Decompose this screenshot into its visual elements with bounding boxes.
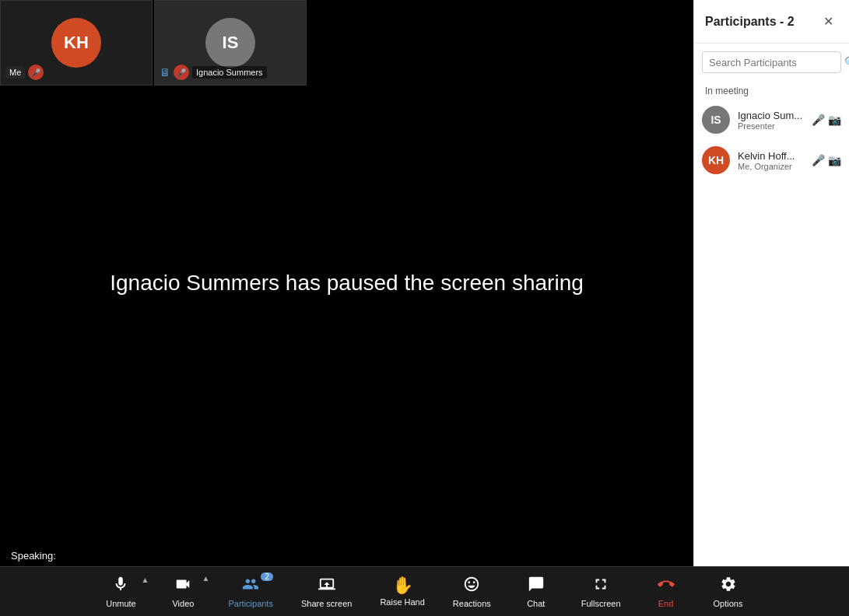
share-screen-button[interactable]: Share screen (287, 571, 366, 613)
search-input[interactable] (709, 57, 840, 68)
participant-info-kh: Kelvin Hoff... Me, Organizer (738, 150, 804, 171)
badge-muted-kh: 🎤 (28, 65, 44, 80)
fullscreen-button[interactable]: Fullscreen (567, 571, 635, 613)
mute-icon-kh: 🎤 (812, 154, 825, 166)
badge-muted-is: 🎤 (174, 65, 189, 80)
badge-me: Me (5, 66, 25, 79)
thumb-name-is: Ignacio Summers (192, 66, 267, 79)
video-thumb-is: IS 🖥 🎤 Ignacio Summers (154, 0, 307, 86)
video-chevron-icon: ▲ (202, 574, 210, 583)
speaking-label: Speaking: (11, 550, 56, 562)
speaking-bar: Speaking: (0, 545, 67, 566)
search-icon: 🔍 (844, 56, 849, 68)
raise-hand-icon: ✋ (392, 577, 413, 594)
chat-icon (528, 576, 545, 596)
reactions-button[interactable]: Reactions (439, 571, 505, 613)
participant-item-kh[interactable]: KH Kelvin Hoff... Me, Organizer 🎤 📷 (694, 140, 849, 180)
thumb-name-bar-is: 🖥 🎤 Ignacio Summers (160, 65, 301, 80)
video-button[interactable]: ▲ Video (152, 571, 214, 613)
end-icon (658, 576, 675, 596)
participants-button[interactable]: 2 Participants (214, 571, 286, 613)
raise-hand-button[interactable]: ✋ Raise Hand (366, 572, 438, 611)
video-area: KH Me 🎤 IS 🖥 🎤 Ignacio Summers (0, 0, 693, 566)
toolbar: ▲ Unmute ▲ Video 2 Participants (0, 566, 849, 616)
participant-role-is: Presenter (738, 121, 804, 131)
participant-icons-is: 🎤 📷 (812, 114, 841, 126)
avatar-kh-panel: KH (702, 146, 730, 174)
thumb-badges-kh: Me 🎤 (5, 65, 44, 80)
end-label: End (658, 599, 674, 608)
options-button[interactable]: Options (697, 571, 760, 613)
in-meeting-label: In meeting (694, 81, 849, 100)
video-icon (174, 576, 191, 596)
fullscreen-label: Fullscreen (581, 599, 621, 608)
unmute-label: Unmute (106, 599, 136, 608)
participant-icons-kh: 🎤 📷 (812, 154, 841, 166)
video-off-icon-is: 📷 (828, 114, 841, 126)
participant-info-is: Ignacio Sum... Presenter (738, 110, 804, 131)
participants-icon (242, 576, 259, 596)
participant-name-is: Ignacio Sum... (738, 110, 804, 121)
participant-item-is[interactable]: IS Ignacio Sum... Presenter 🎤 📷 (694, 100, 849, 140)
participants-count-badge: 2 (261, 572, 273, 581)
status-text: Ignacio Summers has paused the screen sh… (110, 271, 584, 296)
end-button[interactable]: End (635, 571, 697, 613)
close-panel-button[interactable]: ✕ (819, 12, 838, 30)
avatar-kh: KH (51, 18, 101, 68)
participants-label: Participants (228, 599, 272, 608)
unmute-chevron-icon: ▲ (142, 576, 149, 584)
unmute-button[interactable]: ▲ Unmute (89, 571, 152, 613)
video-label: Video (172, 599, 194, 608)
chat-button[interactable]: Chat (505, 571, 567, 613)
mute-icon-is: 🎤 (812, 114, 825, 126)
reactions-icon (463, 576, 480, 596)
participants-panel: Participants - 2 ✕ 🔍 In meeting IS Ignac… (693, 0, 849, 566)
video-off-icon-kh: 📷 (828, 154, 841, 166)
search-bar[interactable]: 🔍 (702, 51, 841, 73)
fullscreen-icon (592, 576, 609, 596)
reactions-label: Reactions (453, 599, 491, 608)
participant-role-kh: Me, Organizer (738, 162, 804, 171)
avatar-is-panel: IS (702, 106, 730, 134)
participant-name-kh: Kelvin Hoff... (738, 150, 804, 162)
options-icon (720, 576, 737, 596)
panel-title: Participants - 2 (705, 15, 795, 29)
share-screen-label: Share screen (301, 599, 352, 608)
options-label: Options (714, 599, 743, 608)
avatar-is: IS (205, 18, 255, 68)
video-thumbnails: KH Me 🎤 IS 🖥 🎤 Ignacio Summers (0, 0, 307, 86)
panel-header: Participants - 2 ✕ (694, 0, 849, 44)
chat-label: Chat (527, 599, 545, 608)
unmute-icon (112, 576, 129, 596)
status-overlay: Ignacio Summers has paused the screen sh… (110, 271, 584, 296)
video-thumb-kh: KH Me 🎤 (0, 0, 153, 86)
share-screen-icon (318, 576, 335, 596)
screen-share-icon: 🖥 (160, 66, 170, 79)
raise-hand-label: Raise Hand (380, 597, 424, 607)
